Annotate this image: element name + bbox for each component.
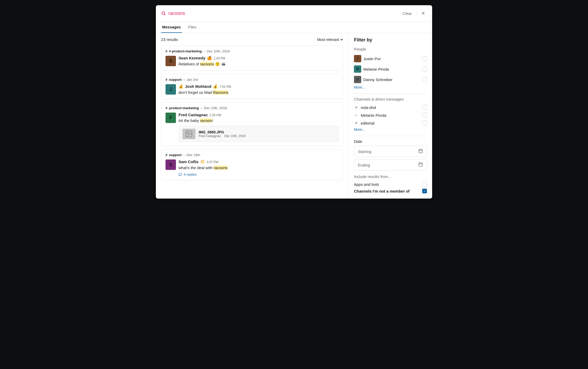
msg-author-row-3: Fred Castagnac 1:30 PM — [179, 113, 339, 117]
search-icon — [161, 11, 166, 16]
svg-rect-8 — [419, 163, 422, 167]
svg-point-0 — [162, 12, 165, 15]
replies-row[interactable]: 4 replies — [179, 173, 339, 176]
message-card-3: # product-marketing – Dec 10th, 2018 F F… — [161, 102, 343, 146]
attachment-info: IMG_0665.JPG Fred Castagnac Dec 10th, 20… — [199, 130, 246, 138]
channels-section-title: Channels & direct messages — [354, 97, 427, 101]
people-more-link[interactable]: More... — [354, 85, 427, 89]
card-date-2: Jan 3rd — [187, 78, 198, 82]
text-before-1: Relatives of — [179, 62, 200, 66]
msg-time-3: 1:30 PM — [210, 113, 221, 117]
channels-more-link[interactable]: More... — [354, 127, 427, 132]
tab-files[interactable]: Files — [187, 22, 198, 33]
close-button[interactable]: × — [419, 9, 427, 17]
ending-label: Ending — [358, 163, 418, 167]
person-name-1: Melanie Pinola — [363, 67, 420, 71]
channel-hash-4: # — [166, 153, 167, 157]
body-row: 23 results Most relevant # # product-mar… — [156, 33, 432, 199]
divider-2 — [354, 136, 427, 136]
attachment-filename: IMG_0665.JPG — [199, 130, 246, 134]
text-before-3: #4 the baby — [179, 118, 200, 123]
channel-type-0: # — [354, 105, 359, 109]
avatar-4: S — [166, 159, 176, 170]
author-emoji2-2: 💰 — [179, 84, 183, 89]
author-emoji-4: 🌕 — [200, 159, 205, 164]
message-body-4: S Sam Collis 🌕 4:07 PM what's the deal w… — [166, 159, 339, 176]
meta-dash-4: – — [183, 153, 185, 157]
date-filter: Starting Ending — [354, 146, 427, 171]
card-date-4: Dec 18th — [187, 153, 200, 157]
channel-checkbox-2[interactable] — [422, 121, 427, 125]
include-checkbox-1[interactable] — [422, 189, 427, 193]
attachment-uploader: Fred Castagnac — [199, 134, 221, 138]
msg-time-4: 4:07 PM — [207, 160, 218, 164]
tab-messages[interactable]: Messages — [161, 22, 182, 33]
msg-time-2: 7:52 PM — [219, 85, 231, 89]
sort-button[interactable]: Most relevant — [317, 38, 343, 42]
svg-rect-4 — [419, 149, 422, 153]
search-header: Clear × — [156, 5, 432, 22]
channel-checkbox-0[interactable] — [422, 105, 427, 110]
people-section-title: People — [354, 47, 427, 51]
avatar-1: S — [166, 56, 176, 66]
message-card-1: # # product-marketing – Dec 10th, 2018 S… — [161, 45, 343, 71]
replies-count: 4 replies — [184, 173, 197, 176]
filter-channel-1[interactable]: ○ Melanie Pinola — [354, 112, 427, 119]
channel-name-4: support — [169, 153, 181, 157]
starting-date-row[interactable]: Starting — [354, 146, 427, 157]
msg-author-row-1: Sean Kennedy 🍊 1:43 PM — [179, 56, 339, 60]
filter-person-2[interactable]: D Danny Schreiber — [354, 75, 427, 84]
attachment-thumb — [182, 129, 195, 139]
message-body-2: J 💰 Josh Mohland 💰 7:52 PM don't forget … — [166, 84, 339, 95]
channel-checkbox-1[interactable] — [422, 113, 427, 118]
filter-person-1[interactable]: M Melanie Pinola — [354, 64, 427, 74]
filter-panel: Filter by People J Justin Pot M Melanie … — [349, 33, 432, 199]
card-meta-1: # # product-marketing – Dec 10th, 2018 — [166, 49, 339, 53]
attachment-card[interactable]: IMG_0665.JPG Fred Castagnac Dec 10th, 20… — [179, 126, 339, 142]
include-title: Include results from... — [354, 174, 427, 179]
person-checkbox-2[interactable] — [422, 77, 427, 82]
person-name-0: Justin Pot — [363, 57, 420, 61]
channel-name-filter-1: Melanie Pinola — [361, 113, 420, 118]
filter-channel-2[interactable]: # editorial — [354, 120, 427, 126]
text-before-2: don't forget us Mad — [179, 90, 213, 95]
svg-point-3 — [187, 132, 189, 134]
message-body-3: F Fred Castagnac 1:30 PM #4 the baby rac… — [166, 113, 339, 142]
ending-date-row[interactable]: Ending — [354, 159, 427, 171]
search-modal: Clear × Messages Files 23 results Most r… — [156, 5, 432, 199]
msg-content-4: Sam Collis 🌕 4:07 PM what's the deal wit… — [179, 159, 339, 176]
date-section-title: Date — [354, 139, 427, 144]
text-after-3: ! — [212, 118, 213, 123]
msg-author-2: Josh Mohland — [185, 84, 211, 89]
channel-hash-1: # — [166, 49, 167, 53]
calendar-icon-end — [418, 162, 423, 168]
search-input[interactable] — [168, 11, 398, 16]
meta-dash-2: – — [183, 78, 185, 82]
channel-hash-3: # — [166, 106, 167, 110]
message-body-1: S Sean Kennedy 🍊 1:43 PM Relatives of ra… — [166, 56, 339, 67]
results-count: 23 results — [161, 37, 178, 42]
msg-author-row-4: Sam Collis 🌕 4:07 PM — [179, 159, 339, 164]
include-section: Include results from... Apps and bots Ch… — [354, 174, 427, 194]
include-row-1[interactable]: Channels I'm not a member of — [354, 188, 427, 194]
person-checkbox-0[interactable] — [422, 56, 427, 61]
text-before-4: what's the deal with — [179, 165, 214, 170]
sort-label: Most relevant — [317, 38, 339, 42]
filter-channel-0[interactable]: # nola-dnd — [354, 104, 427, 111]
msg-author-row-2: 💰 Josh Mohland 💰 7:52 PM — [179, 84, 339, 89]
include-checkbox-0[interactable] — [422, 182, 427, 187]
channel-name-filter-2: editorial — [361, 121, 420, 125]
channel-hash-2: # — [166, 78, 167, 82]
card-date-1: Dec 10th, 2018 — [207, 49, 230, 53]
filter-person-0[interactable]: J Justin Pot — [354, 54, 427, 63]
tabs-row: Messages Files — [156, 22, 432, 33]
calendar-icon-start — [418, 149, 423, 154]
clear-button[interactable]: Clear — [400, 10, 414, 17]
author-emoji-1: 🍊 — [207, 56, 212, 60]
filter-title: Filter by — [354, 37, 427, 43]
channel-type-1: ○ — [354, 113, 359, 117]
channel-name-2: support — [169, 78, 181, 82]
divider-1 — [354, 94, 427, 94]
person-checkbox-1[interactable] — [422, 67, 427, 71]
include-row-0[interactable]: Apps and bots — [354, 181, 427, 188]
